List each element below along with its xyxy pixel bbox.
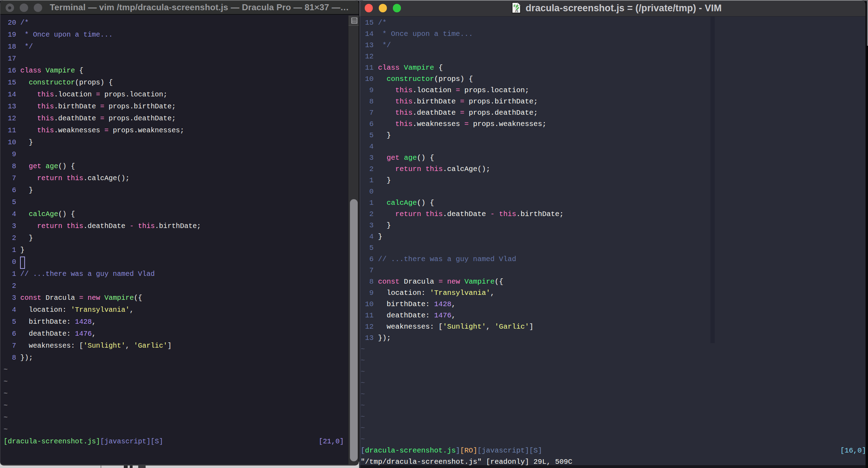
svg-text:JS: JS: [514, 10, 518, 13]
